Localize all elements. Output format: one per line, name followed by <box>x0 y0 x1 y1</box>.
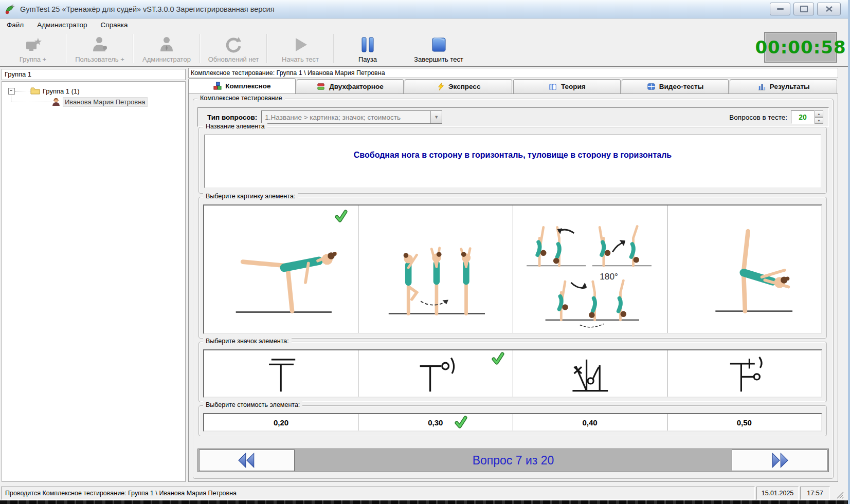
menu-file[interactable]: Файл <box>0 20 30 30</box>
value-option-4-text: 0,50 <box>737 418 752 427</box>
tree-node-group[interactable]: Группа 1 (1) <box>8 86 185 96</box>
close-button[interactable] <box>817 3 841 15</box>
answer-picture-turn-sequence <box>361 208 510 331</box>
add-group-button[interactable]: Группа + <box>0 31 66 66</box>
resize-grip[interactable] <box>836 491 844 499</box>
updates-button[interactable]: Обновлений нет <box>201 31 266 66</box>
tab-results[interactable]: Результаты <box>730 79 837 94</box>
value-option-2-text: 0,30 <box>428 418 443 427</box>
picture-option-3[interactable]: 180° <box>513 206 667 333</box>
window-title: GymTest 25 «Тренажёр для судей» vST.3.0.… <box>20 5 275 13</box>
picture-choice-title: Выберите картинку элемента: <box>203 193 298 200</box>
finish-test-button[interactable]: Завершить тест <box>403 31 474 66</box>
symbol-option-4[interactable] <box>667 350 821 397</box>
group-add-icon <box>24 35 42 54</box>
tab-theory[interactable]: Теория <box>513 79 621 94</box>
start-test-button[interactable]: Начать тест <box>267 31 333 66</box>
combo-dropdown-button[interactable]: ▼ <box>430 111 442 123</box>
chart-icon <box>757 82 766 91</box>
symbol-option-2[interactable] <box>358 350 512 397</box>
minimize-button[interactable] <box>770 3 790 15</box>
next-question-button[interactable] <box>732 450 827 471</box>
question-type-strip: Тип вопросов: 1.Название > картинка; зна… <box>197 107 829 127</box>
tab-complex-label: Комплексное <box>225 82 270 90</box>
value-choice-groupbox: Выберите стоимость элемента: 0,20 0,30 <box>198 405 827 436</box>
double-right-arrow-icon <box>769 452 790 469</box>
tree-connector <box>11 102 52 102</box>
value-option-1[interactable]: 0,20 <box>204 414 358 431</box>
complex-test-groupbox: Комплексное тестирование Тип вопросов: 1… <box>193 99 834 479</box>
play-icon <box>291 35 310 54</box>
element-name-title: Название элемента <box>203 123 267 130</box>
pause-button[interactable]: Пауза <box>346 31 390 66</box>
symbol-t-plus-circle-arc <box>716 353 772 394</box>
tree-group-label: Группа 1 (1) <box>43 87 80 95</box>
picture-option-2[interactable] <box>358 206 512 333</box>
status-time: 17:57 <box>800 487 830 500</box>
symbol-choice-groupbox: Выберите значок элемента: <box>198 342 827 402</box>
answer-picture-standing-split <box>670 208 819 331</box>
value-option-2[interactable]: 0,30 <box>358 414 512 431</box>
correct-check-icon <box>491 352 504 365</box>
cubes-icon <box>213 82 222 90</box>
book-icon <box>548 83 557 91</box>
user-icon <box>52 98 60 106</box>
tab-strip: Комплексное Двухфакторное Экспресс Теори… <box>188 79 838 94</box>
minimize-icon <box>777 8 784 10</box>
tree-expander[interactable] <box>8 88 15 95</box>
value-option-4[interactable]: 0,50 <box>667 414 821 431</box>
picture-choice-groupbox: Выберите картинку элемента: <box>198 197 827 339</box>
admin-icon <box>157 35 176 54</box>
test-session-header: Комплексное тестирование: Группа 1 \ Ива… <box>188 68 838 78</box>
tab-two-factor[interactable]: Двухфакторное <box>297 79 404 94</box>
picture-options-row: 180° <box>203 204 822 334</box>
question-type-label: Тип вопросов: <box>207 114 257 121</box>
chevron-down-icon: ▼ <box>818 119 821 122</box>
tab-complex[interactable]: Комплексное <box>188 78 296 94</box>
tree-node-user[interactable]: Иванова Мария Петровна <box>11 96 185 107</box>
menu-help[interactable]: Справка <box>94 20 135 30</box>
complex-test-page: Комплексное тестирование Тип вопросов: 1… <box>188 94 838 482</box>
spinner-down-button[interactable]: ▼ <box>815 117 823 124</box>
symbol-option-1[interactable] <box>204 350 358 397</box>
value-option-1-text: 0,20 <box>274 418 288 427</box>
tab-results-label: Результаты <box>770 83 810 90</box>
questions-count-value: 20 <box>791 110 815 124</box>
chevron-down-icon: ▼ <box>434 115 439 120</box>
element-name-groupbox: Название элемента Свободная нога в сторо… <box>198 127 827 194</box>
timer-value: 00:00:58 <box>755 37 846 58</box>
tab-video-tests[interactable]: Видео-тесты <box>622 79 729 94</box>
prev-question-button[interactable] <box>199 450 295 471</box>
administrator-label: Администратор <box>142 55 191 63</box>
questions-count-label: Вопросов в тесте: <box>729 114 787 121</box>
title-bar: GymTest 25 «Тренажёр для судей» vST.3.0.… <box>0 0 848 18</box>
menu-administrator[interactable]: Администратор <box>30 20 94 30</box>
question-type-combobox[interactable]: 1.Название > картинка; значок; стоимость… <box>261 110 442 124</box>
tab-express[interactable]: Экспресс <box>405 79 512 94</box>
application-window: GymTest 25 «Тренажёр для судей» vST.3.0.… <box>0 0 850 504</box>
group-tree: Группа 1 (1) Иванова Мария Петровна <box>2 81 186 482</box>
maximize-button[interactable] <box>793 3 814 15</box>
status-date: 15.01.2025 <box>756 487 799 500</box>
value-option-3[interactable]: 0,40 <box>513 414 667 431</box>
toolbar-separator <box>333 34 334 63</box>
symbol-option-3[interactable] <box>513 350 667 397</box>
spinner-up-button[interactable]: ▲ <box>815 110 823 117</box>
tree-connector <box>15 91 30 91</box>
symbol-t-circle-arc <box>407 353 464 394</box>
menu-bar: Файл Администратор Справка <box>0 18 848 31</box>
add-user-button[interactable]: Пользователь + <box>67 31 133 66</box>
question-type-value: 1.Название > картинка; значок; стоимость <box>262 114 430 121</box>
value-option-3-text: 0,40 <box>583 418 598 427</box>
status-bar: Проводится Комплексное тестирование: Гру… <box>0 486 848 500</box>
correct-check-icon <box>454 416 467 429</box>
tab-video-tests-label: Видео-тесты <box>659 83 703 90</box>
picture-option-1[interactable] <box>204 206 358 333</box>
value-choice-title: Выберите стоимость элемента: <box>203 401 302 408</box>
administrator-button[interactable]: Администратор <box>134 31 200 66</box>
correct-check-icon <box>334 210 348 223</box>
answer-picture-illusion-turn: 180° <box>515 208 664 331</box>
picture-option-4[interactable] <box>667 206 821 333</box>
folder-icon <box>30 87 40 95</box>
refresh-icon <box>224 35 243 54</box>
